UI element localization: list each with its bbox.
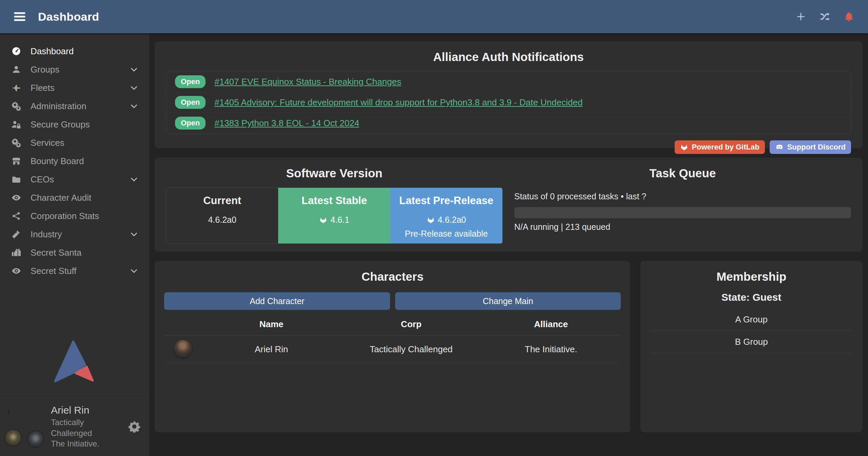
menu-icon[interactable] — [14, 12, 26, 22]
cogs-icon — [11, 101, 22, 111]
user-panel: Ariel Rin Tactically Challenged The Init… — [0, 398, 149, 456]
user-lock-icon — [11, 120, 22, 129]
version-value: 4.6.2a0 — [438, 215, 466, 225]
fighter-jet-icon — [11, 83, 22, 93]
gitlab-icon — [427, 216, 435, 224]
sidebar-item-label: Character Audit — [31, 193, 91, 203]
characters-title: Characters — [164, 270, 621, 283]
task-queue-title: Task Queue — [514, 166, 851, 180]
chevron-down-icon — [130, 175, 138, 184]
membership-card: Membership State: Guest A Group B Group — [640, 261, 862, 432]
group-list: A Group B Group — [649, 309, 853, 353]
app-root: Dashboard Dashboard Groups — [0, 0, 868, 456]
version-columns: Current 4.6.2a0 Latest Stable 4.6.1 Late… — [166, 187, 503, 244]
sidebar-item-bounty-board[interactable]: Bounty Board — [0, 152, 149, 170]
corp-logo — [5, 429, 22, 446]
sidebar-item-corporation-stats[interactable]: Corporation Stats — [0, 207, 149, 225]
sidebar-item-groups[interactable]: Groups — [0, 60, 149, 79]
badge-label: Powered by GitLab — [692, 143, 759, 152]
prerelease-note: Pre-Release available — [390, 229, 502, 239]
software-taskqueue-card: Software Version Current 4.6.2a0 Latest … — [155, 158, 862, 252]
version-current: Current 4.6.2a0 — [166, 188, 278, 243]
chevron-down-icon — [130, 65, 138, 74]
version-label: Latest Stable — [278, 195, 390, 207]
bottom-row: Characters Add Character Change Main Nam… — [155, 261, 862, 432]
sidebar-item-label: Secure Groups — [31, 119, 90, 130]
shuffle-icon[interactable] — [819, 11, 831, 22]
membership-state: State: Guest — [640, 292, 862, 303]
sidebar-item-administration[interactable]: Administration — [0, 97, 149, 115]
sidebar-item-secure-groups[interactable]: Secure Groups — [0, 115, 149, 134]
sidebar-item-secret-stuff[interactable]: Secret Stuff — [0, 262, 149, 280]
version-label: Current — [166, 195, 278, 207]
cell-corp: Tactically Challenged — [341, 344, 481, 355]
notifications-card: Alliance Auth Notifications Open #1407 E… — [155, 41, 862, 148]
sidebar-item-label: Groups — [31, 64, 59, 75]
gitlab-icon — [319, 216, 327, 224]
sidebar-item-character-audit[interactable]: Character Audit — [0, 189, 149, 207]
sidebar-item-label: Fleets — [31, 83, 55, 93]
folder-icon — [11, 175, 22, 184]
notification-row: Open #1407 EVE Equinox Status - Breaking… — [166, 72, 851, 92]
main-content: Alliance Auth Notifications Open #1407 E… — [149, 33, 868, 456]
chevron-down-icon — [130, 83, 138, 92]
sidebar-item-ceos[interactable]: CEOs — [0, 170, 149, 189]
sidebar-item-services[interactable]: Services — [0, 134, 149, 152]
task-queue-status: Status of 0 processed tasks • last ? — [514, 192, 851, 201]
notification-row: Open #1383 Python 3.8 EOL - 14 Oct 2024 — [166, 113, 851, 133]
user-icon — [11, 65, 22, 74]
user-name: Ariel Rin — [51, 403, 120, 417]
eye-icon — [11, 193, 22, 202]
sidebar-item-label: Industry — [31, 229, 62, 240]
support-discord-badge[interactable]: Support Discord — [770, 140, 851, 154]
plus-icon[interactable] — [795, 11, 806, 22]
version-value: 4.6.2a0 — [208, 215, 236, 225]
sidebar-item-dashboard[interactable]: Dashboard — [0, 42, 149, 60]
user-alliance: The Initiative. — [51, 438, 120, 449]
sidebar-spacer — [0, 280, 149, 340]
task-queue-section: Task Queue Status of 0 processed tasks •… — [514, 158, 851, 252]
version-latest-stable: Latest Stable 4.6.1 — [278, 188, 390, 243]
add-character-button[interactable]: Add Character — [164, 292, 390, 310]
gifts-icon — [11, 248, 22, 257]
hammer-icon — [11, 230, 22, 239]
sidebar-item-fleets[interactable]: Fleets — [0, 79, 149, 97]
task-queue-progressbar — [514, 207, 851, 218]
notification-link[interactable]: #1407 EVE Equinox Status - Breaking Chan… — [214, 77, 401, 87]
cell-alliance: The Initiative. — [481, 344, 621, 355]
software-version-section: Software Version Current 4.6.2a0 Latest … — [166, 158, 503, 252]
characters-card: Characters Add Character Change Main Nam… — [155, 261, 630, 432]
alliance-auth-logo — [0, 340, 149, 384]
character-avatar — [173, 339, 193, 359]
change-main-button[interactable]: Change Main — [395, 292, 621, 310]
bell-icon[interactable] — [844, 11, 854, 22]
status-badge: Open — [175, 96, 206, 109]
main-frame: Dashboard Groups Fleets Administration S… — [0, 33, 868, 456]
list-item: A Group — [649, 309, 853, 331]
sidebar-item-industry[interactable]: Industry — [0, 225, 149, 243]
membership-title: Membership — [640, 270, 862, 283]
column-header-corp: Corp — [341, 319, 481, 330]
top-navbar: Dashboard — [0, 0, 868, 33]
chevron-down-icon — [130, 230, 138, 239]
powered-by-gitlab-badge[interactable]: Powered by GitLab — [675, 140, 765, 154]
page-title: Dashboard — [38, 10, 99, 23]
notifications-list: Open #1407 EVE Equinox Status - Breaking… — [166, 71, 851, 134]
store-icon — [11, 156, 22, 166]
tachometer-icon — [11, 46, 22, 56]
sidebar-item-secret-santa[interactable]: Secret Santa — [0, 243, 149, 262]
chevron-down-icon — [130, 102, 138, 111]
user-corp: Tactically Challenged — [51, 417, 120, 438]
notification-link[interactable]: #1383 Python 3.8 EOL - 14 Oct 2024 — [214, 118, 359, 128]
user-avatar-group — [9, 410, 43, 443]
version-latest-prerelease: Latest Pre-Release 4.6.2a0 Pre-Release a… — [390, 188, 502, 243]
status-badge: Open — [175, 75, 206, 88]
share-icon — [11, 212, 22, 220]
gitlab-icon — [680, 143, 688, 151]
gear-icon[interactable] — [128, 420, 140, 433]
chevron-down-icon — [130, 266, 138, 275]
sidebar-item-label: Corporation Stats — [31, 211, 99, 221]
version-value: 4.6.1 — [330, 215, 349, 225]
table-row: Ariel Rin Tactically Challenged The Init… — [164, 336, 621, 363]
notification-link[interactable]: #1405 Advisory: Future development will … — [214, 97, 582, 108]
